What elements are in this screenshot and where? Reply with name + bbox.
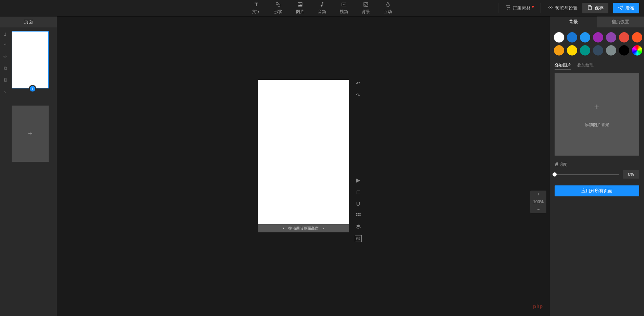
tool-audio[interactable]: 音频 bbox=[314, 0, 330, 16]
page-thumb-wrapper: + bbox=[12, 31, 53, 88]
tool-background[interactable]: 背景 bbox=[358, 0, 373, 16]
eye-icon bbox=[548, 5, 553, 11]
copy-icon[interactable]: ⧉ bbox=[4, 65, 7, 71]
color-swatch[interactable] bbox=[567, 45, 577, 56]
add-page-button[interactable]: + bbox=[12, 106, 49, 162]
notification-dot bbox=[532, 6, 534, 8]
color-swatch[interactable] bbox=[632, 32, 642, 42]
tool-label: 视频 bbox=[340, 9, 348, 15]
color-swatch[interactable] bbox=[619, 45, 629, 56]
publish-button[interactable]: 发布 bbox=[613, 3, 639, 13]
opacity-value[interactable]: 0% bbox=[623, 170, 639, 179]
tool-image[interactable]: 图片 bbox=[293, 0, 308, 16]
svg-rect-1 bbox=[278, 4, 280, 6]
collapse-down-icon[interactable]: ⌄ bbox=[3, 88, 7, 94]
interact-icon bbox=[385, 1, 391, 8]
color-swatch[interactable] bbox=[593, 32, 603, 42]
svg-rect-12 bbox=[356, 215, 357, 216]
svg-rect-9 bbox=[356, 213, 357, 214]
zoom-in-button[interactable]: + bbox=[534, 191, 542, 198]
color-swatch[interactable] bbox=[593, 45, 603, 56]
preview-settings-link[interactable]: 预览与设置 bbox=[548, 5, 578, 11]
link-label: 预览与设置 bbox=[555, 5, 578, 11]
color-swatch[interactable] bbox=[619, 32, 629, 42]
svg-rect-14 bbox=[359, 215, 360, 216]
licensed-assets-link[interactable]: 正版素材 bbox=[505, 5, 534, 11]
tab-page-flip[interactable]: 翻页设置 bbox=[597, 16, 644, 27]
svg-rect-8 bbox=[589, 5, 591, 7]
left-panel-body: 1 ⌃ ☆ ⧉ 🗑 ⌄ + + bbox=[0, 27, 57, 316]
plus-icon: + bbox=[594, 101, 599, 112]
tool-text[interactable]: 文字 bbox=[249, 0, 264, 16]
left-rail: 1 ⌃ ☆ ⧉ 🗑 ⌄ bbox=[0, 27, 10, 316]
top-right-group: 正版素材 预览与设置 保存 发布 bbox=[496, 0, 639, 16]
color-swatch[interactable] bbox=[606, 32, 616, 42]
save-icon bbox=[587, 5, 593, 11]
image-icon bbox=[297, 1, 303, 8]
link-label: 正版素材 bbox=[513, 5, 531, 11]
left-panel: 页面 1 ⌃ ☆ ⧉ 🗑 ⌄ + + bbox=[0, 16, 57, 316]
psd-icon[interactable]: PS bbox=[355, 235, 362, 242]
undo-icon[interactable]: ↶ bbox=[355, 80, 362, 87]
insert-page-button[interactable]: + bbox=[29, 85, 36, 93]
right-panel-tabs: 背景 翻页设置 bbox=[550, 16, 644, 27]
watermark: php bbox=[533, 304, 543, 309]
video-icon bbox=[341, 1, 347, 8]
layers-icon[interactable] bbox=[355, 223, 362, 230]
delete-icon[interactable]: 🗑 bbox=[3, 77, 8, 82]
zoom-value: 100% bbox=[530, 198, 546, 206]
page-thumbnails: + + bbox=[10, 27, 57, 316]
button-label: 发布 bbox=[626, 5, 634, 11]
color-swatch-custom[interactable] bbox=[632, 45, 642, 56]
color-swatch[interactable] bbox=[606, 45, 616, 56]
color-swatch-white[interactable] bbox=[554, 32, 564, 42]
u-shape-icon[interactable]: U bbox=[355, 200, 362, 207]
tool-label: 形状 bbox=[274, 9, 282, 15]
zoom-out-button[interactable]: − bbox=[534, 206, 542, 213]
add-image-label: 添加图片背景 bbox=[585, 122, 609, 128]
page-thumbnail-1[interactable] bbox=[12, 31, 49, 88]
canvas-resize-handle[interactable]: ▼ 拖动调节页面高度 ▲ bbox=[258, 224, 349, 232]
grid-icon[interactable] bbox=[355, 212, 362, 219]
triangle-up-icon: ▲ bbox=[322, 227, 325, 230]
color-swatch[interactable] bbox=[580, 45, 590, 56]
resize-hint: 拖动调节页面高度 bbox=[288, 226, 319, 231]
page-number: 1 bbox=[4, 32, 6, 37]
overlay-tab-texture[interactable]: 叠加纹理 bbox=[577, 62, 594, 70]
main-area: 页面 1 ⌃ ☆ ⧉ 🗑 ⌄ + + ▼ 拖动调节页面高度 bbox=[0, 16, 644, 316]
opacity-section: 透明度 0% bbox=[550, 160, 644, 183]
separator bbox=[541, 3, 541, 13]
color-swatch[interactable] bbox=[567, 32, 577, 42]
save-button[interactable]: 保存 bbox=[582, 3, 608, 13]
shape-icon bbox=[275, 1, 281, 8]
add-image-background[interactable]: + 添加图片背景 bbox=[555, 73, 639, 156]
opacity-slider[interactable] bbox=[555, 174, 619, 175]
crop-icon[interactable]: ◻ bbox=[355, 189, 362, 195]
redo-icon[interactable]: ↷ bbox=[355, 92, 362, 99]
apply-all-pages-button[interactable]: 应用到所有页面 bbox=[555, 185, 639, 196]
audio-icon bbox=[319, 1, 325, 8]
color-swatch[interactable] bbox=[580, 32, 590, 42]
star-icon[interactable]: ☆ bbox=[3, 54, 7, 59]
svg-point-7 bbox=[550, 7, 551, 8]
tool-label: 音频 bbox=[318, 9, 326, 15]
tool-shape[interactable]: 形状 bbox=[271, 0, 286, 16]
svg-point-5 bbox=[507, 9, 508, 10]
opacity-control: 0% bbox=[555, 170, 639, 179]
canvas[interactable] bbox=[258, 80, 349, 232]
tool-interact[interactable]: 互动 bbox=[380, 0, 395, 16]
separator bbox=[498, 3, 498, 13]
cart-icon bbox=[505, 5, 511, 11]
background-icon bbox=[363, 1, 369, 8]
collapse-up-icon[interactable]: ⌃ bbox=[3, 43, 7, 48]
play-icon[interactable]: ▶ bbox=[355, 177, 362, 184]
slider-thumb[interactable] bbox=[553, 172, 557, 177]
overlay-tab-image[interactable]: 叠加图片 bbox=[555, 62, 571, 70]
toolbar-center: 文字 形状 图片 音频 视频 背景 互动 bbox=[249, 0, 395, 16]
tab-background[interactable]: 背景 bbox=[550, 16, 597, 27]
text-icon bbox=[253, 1, 259, 8]
svg-rect-13 bbox=[358, 215, 359, 216]
tool-video[interactable]: 视频 bbox=[336, 0, 351, 16]
svg-point-6 bbox=[509, 9, 509, 10]
color-swatch[interactable] bbox=[554, 45, 564, 56]
